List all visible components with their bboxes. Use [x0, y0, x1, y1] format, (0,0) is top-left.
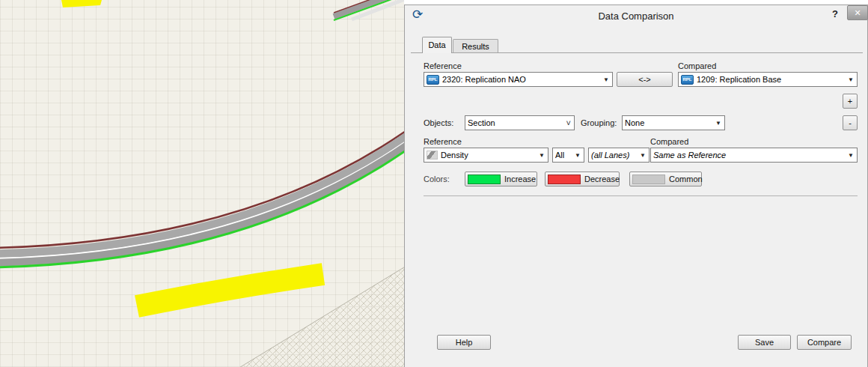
decrease-swatch [548, 175, 581, 184]
add-row-button[interactable]: + [843, 94, 858, 109]
increase-label: Increase [504, 175, 536, 184]
aggregation-select[interactable]: All ▼ [552, 148, 584, 163]
road-fragment [334, 0, 404, 20]
replication-icon: RPL [427, 75, 439, 85]
remove-row-button[interactable]: - [843, 115, 858, 130]
chevron-down-icon: ▼ [715, 120, 721, 127]
highlight-sliver [61, 0, 102, 7]
increase-color-button[interactable]: Increase [465, 172, 537, 186]
grouping-label: Grouping: [581, 115, 617, 130]
variable-value: Density [441, 151, 536, 160]
road [0, 128, 404, 267]
screen: ⟳ Data Comparison ? ✕ Data Results Refer… [0, 0, 868, 367]
variable-select[interactable]: Density ▼ [424, 148, 548, 163]
compare-button[interactable]: Compare [797, 335, 852, 350]
tab-data[interactable]: Data [422, 37, 452, 53]
lanes-value: (all Lanes) [591, 151, 637, 160]
help-button[interactable]: Help [437, 335, 491, 350]
close-button[interactable]: ✕ [847, 5, 868, 20]
reference-value: 2320: Replication NAO [442, 75, 600, 84]
help-icon[interactable]: ? [832, 8, 838, 19]
common-label: Common [669, 175, 703, 184]
reference-dropdown[interactable]: RPL 2320: Replication NAO ▼ [424, 72, 613, 87]
density-icon [427, 151, 438, 160]
reference-label: Reference [424, 61, 462, 70]
objects-value: Section [468, 118, 563, 127]
chevron-down-icon: ▼ [603, 76, 609, 83]
network-view[interactable] [0, 0, 404, 367]
objects-label: Objects: [424, 115, 453, 130]
common-color-button[interactable]: Common [629, 172, 702, 186]
chevron-down-icon: ▼ [848, 76, 854, 83]
chevron-down-icon: ▼ [640, 152, 646, 159]
reference-variable-label: Reference [424, 137, 462, 146]
decrease-color-button[interactable]: Decrease [545, 172, 620, 186]
compared-variable-value: Same as Reference [653, 151, 845, 160]
save-button[interactable]: Save [738, 335, 791, 350]
increase-swatch [468, 175, 501, 184]
tab-results[interactable]: Results [453, 39, 498, 53]
highlight-band[interactable] [137, 274, 323, 306]
decrease-label: Decrease [584, 175, 620, 184]
network-canvas [0, 0, 404, 367]
lanes-select[interactable]: (all Lanes) ▼ [588, 148, 650, 163]
colors-label: Colors: [424, 172, 450, 186]
separator [424, 195, 858, 196]
common-swatch [632, 175, 665, 184]
compared-label: Compared [678, 61, 716, 70]
objects-select[interactable]: Section ˅ [465, 115, 575, 130]
swap-button[interactable]: <-> [617, 72, 673, 87]
chevron-down-icon: ▼ [539, 152, 545, 159]
compared-variable-select[interactable]: Same as Reference ▼ [650, 148, 858, 163]
grouping-select[interactable]: None ▼ [622, 115, 725, 130]
aggregation-value: All [555, 151, 572, 160]
compared-value: 1209: Replication Base [697, 75, 845, 84]
chevron-down-icon: ▼ [848, 152, 854, 159]
tab-separator [411, 52, 863, 53]
dialog-title: Data Comparison [405, 10, 867, 22]
data-comparison-dialog: ⟳ Data Comparison ? ✕ Data Results Refer… [404, 4, 868, 367]
replication-icon: RPL [681, 75, 694, 85]
grouping-value: None [625, 118, 712, 127]
compared-dropdown[interactable]: RPL 1209: Replication Base ▼ [678, 72, 858, 87]
chevron-down-icon: ˅ [566, 120, 571, 126]
compared-variable-label: Compared [650, 137, 688, 146]
chevron-down-icon: ▼ [575, 152, 581, 159]
